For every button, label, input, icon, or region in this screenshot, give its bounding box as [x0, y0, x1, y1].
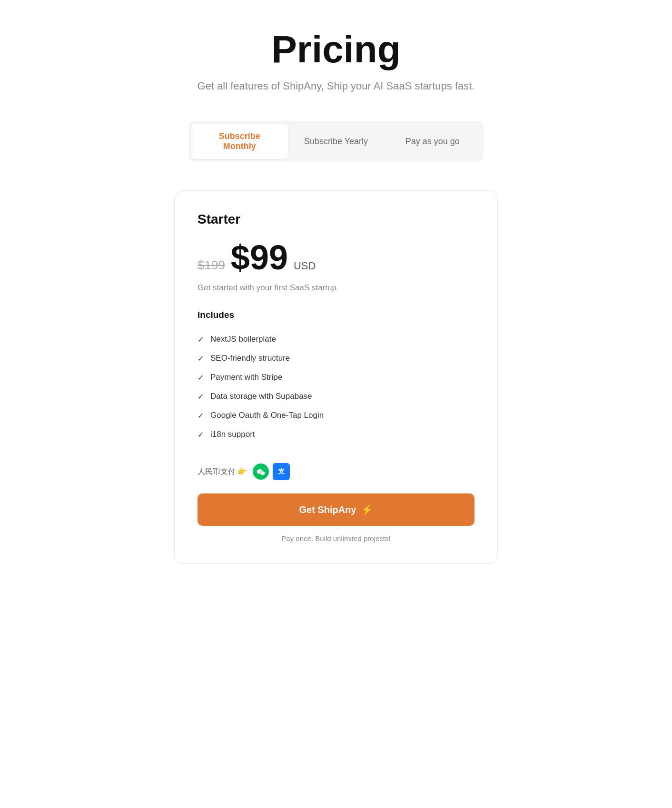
page-title: Pricing — [271, 29, 400, 70]
list-item: ✓ SEO-friendly structure — [198, 349, 474, 368]
wechat-icon — [253, 463, 269, 480]
feature-label: Payment with Stripe — [210, 373, 282, 382]
list-item: ✓ NextJS boilerplate — [198, 330, 474, 349]
list-item: ✓ Data storage with Supabase — [198, 387, 474, 406]
feature-label: SEO-friendly structure — [210, 354, 290, 363]
cta-label: Get ShipAny — [299, 504, 356, 515]
tab-monthly[interactable]: Subscribe Monthly — [191, 124, 288, 159]
payment-icons: 支 — [253, 463, 290, 480]
pricing-card: Starter $199 $99 USD Get started with yo… — [174, 190, 498, 564]
payment-label: 人民币支付 👉 — [198, 467, 247, 477]
get-shipany-button[interactable]: Get ShipAny ⚡ — [198, 493, 474, 526]
check-icon: ✓ — [198, 392, 204, 401]
feature-label: Data storage with Supabase — [210, 392, 312, 401]
plan-name: Starter — [198, 212, 474, 227]
price-current: $99 — [231, 240, 288, 275]
check-icon: ✓ — [198, 335, 204, 344]
features-list: ✓ NextJS boilerplate ✓ SEO-friendly stru… — [198, 330, 474, 444]
price-row: $199 $99 USD — [198, 240, 474, 275]
feature-label: i18n support — [210, 430, 255, 439]
list-item: ✓ Payment with Stripe — [198, 368, 474, 387]
page-subtitle: Get all features of ShipAny, Ship your A… — [198, 80, 475, 92]
price-original: $199 — [198, 258, 225, 273]
check-icon: ✓ — [198, 373, 204, 382]
feature-label: NextJS boilerplate — [210, 335, 276, 344]
plan-description: Get started with your first SaaS startup… — [198, 283, 474, 293]
list-item: ✓ Google Oauth & One-Tap Login — [198, 406, 474, 425]
lightning-icon: ⚡ — [361, 504, 373, 515]
price-currency: USD — [294, 260, 316, 272]
tab-bar: Subscribe Monthly Subscribe Yearly Pay a… — [188, 121, 484, 162]
check-icon: ✓ — [198, 430, 204, 439]
list-item: ✓ i18n support — [198, 425, 474, 444]
feature-label: Google Oauth & One-Tap Login — [210, 411, 324, 420]
includes-title: Includes — [198, 310, 474, 320]
check-icon: ✓ — [198, 354, 204, 363]
alipay-icon: 支 — [273, 463, 290, 480]
tab-payg[interactable]: Pay as you go — [384, 124, 481, 159]
check-icon: ✓ — [198, 411, 204, 420]
cta-note: Pay once. Build unlimited projects! — [198, 534, 474, 542]
payment-row: 人民币支付 👉 支 — [198, 463, 474, 480]
tab-yearly[interactable]: Subscribe Yearly — [288, 124, 385, 159]
